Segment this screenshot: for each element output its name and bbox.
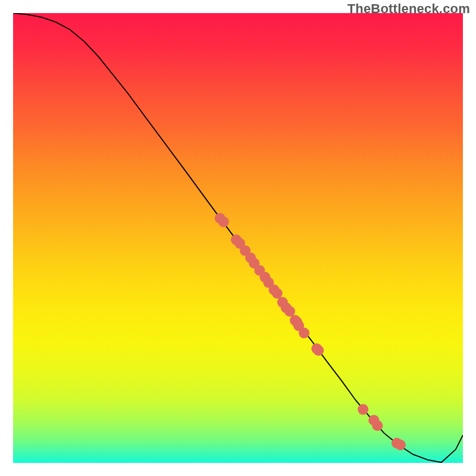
data-point bbox=[395, 440, 406, 450]
watermark: TheBottleneck.com bbox=[347, 1, 470, 17]
bottleneck-curve bbox=[13, 13, 463, 462]
data-point bbox=[234, 238, 245, 249]
data-point bbox=[313, 345, 324, 356]
data-point bbox=[277, 297, 288, 308]
data-point bbox=[215, 213, 226, 224]
data-point bbox=[392, 438, 402, 449]
data-point bbox=[293, 320, 304, 331]
data-point-group bbox=[215, 213, 406, 450]
data-point bbox=[299, 328, 309, 339]
data-point bbox=[218, 217, 229, 227]
data-point bbox=[284, 306, 295, 317]
data-point bbox=[358, 404, 368, 415]
data-point bbox=[254, 265, 265, 275]
data-point bbox=[281, 302, 292, 313]
data-point bbox=[249, 258, 259, 268]
data-point bbox=[272, 288, 283, 299]
data-point bbox=[245, 252, 256, 263]
data-point bbox=[263, 277, 274, 288]
data-point bbox=[290, 315, 300, 325]
data-point bbox=[292, 317, 302, 327]
data-point bbox=[311, 343, 322, 354]
data-point bbox=[268, 284, 279, 295]
data-point bbox=[259, 272, 270, 283]
data-point bbox=[231, 234, 242, 245]
chart-overlay bbox=[13, 13, 463, 463]
data-point bbox=[372, 420, 383, 431]
data-point bbox=[240, 245, 250, 256]
data-point bbox=[368, 415, 379, 425]
chart-area bbox=[13, 13, 463, 463]
